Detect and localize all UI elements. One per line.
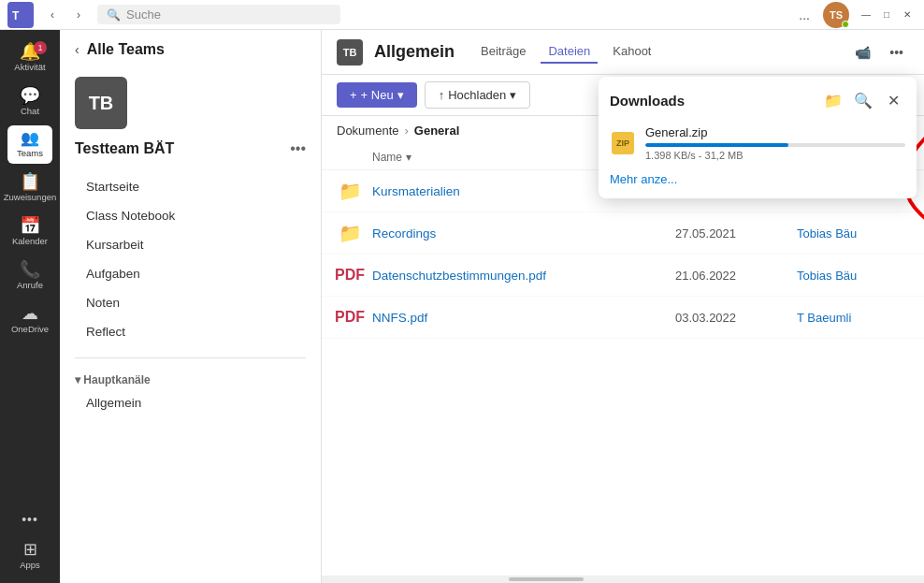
back-button[interactable]: ‹: [41, 4, 64, 26]
upload-chevron-icon: ▾: [510, 88, 516, 102]
team-name-row: Testteam BÄT •••: [60, 137, 321, 168]
nav-links: Startseite Class Notebook Kursarbeit Auf…: [60, 168, 321, 350]
channel-tab-icon: TB: [337, 39, 363, 66]
user-avatar[interactable]: TS: [823, 2, 849, 28]
chat-icon: 💬: [20, 87, 40, 104]
rail-item-teams[interactable]: 👥 Teams: [7, 125, 52, 164]
more-icon: •••: [22, 513, 38, 526]
rail-item-onedrive[interactable]: ☁ OneDrive: [7, 299, 52, 340]
popup-action-buttons: 📁 🔍 ✕: [821, 88, 905, 112]
sidebar-section-hauptkanaele: ▾ Hauptkanäle: [60, 366, 321, 390]
titlebar-left: T ‹ › 🔍 Suche: [7, 2, 340, 28]
team-more-button[interactable]: •••: [290, 140, 306, 157]
main-layout: 1 🔔 Aktivität 💬 Chat 👥 Teams 📋 Zuweisung…: [0, 30, 924, 583]
assignments-icon: 📋: [20, 173, 40, 190]
scrollbar-thumb: [509, 577, 584, 581]
breadcrumb-root[interactable]: Dokumente: [337, 124, 398, 138]
downloads-search-button[interactable]: 🔍: [851, 88, 875, 112]
new-chevron-icon: ▾: [397, 88, 404, 102]
nav-link-class-notebook[interactable]: Class Notebook: [60, 201, 321, 230]
folder-icon: 📁: [337, 220, 363, 246]
downloads-popup: Downloads 📁 🔍 ✕ ZIP General.zip 1.398 KB…: [599, 77, 917, 198]
sidebar-divider: [75, 357, 306, 358]
plus-icon: +: [350, 88, 357, 102]
close-button[interactable]: ✕: [898, 6, 917, 24]
breadcrumb-current: General: [414, 124, 459, 138]
left-rail: 1 🔔 Aktivität 💬 Chat 👥 Teams 📋 Zuweisung…: [0, 30, 60, 583]
back-to-teams-button[interactable]: ‹: [75, 42, 79, 57]
sidebar-title: Alle Teams: [87, 41, 165, 58]
tab-bar: TB Allgemein Beiträge Dateien Kahoot 📹 •…: [322, 30, 924, 75]
nav-link-startseite[interactable]: Startseite: [60, 172, 321, 201]
sidebar-header: ‹ Alle Teams: [60, 30, 321, 69]
more-options-button[interactable]: ...: [793, 6, 816, 24]
tab-actions: 📹 •••: [849, 41, 909, 64]
zip-icon: ZIP: [610, 130, 636, 156]
file-modified-by-datenschutz: Tobias Bäu: [797, 269, 909, 283]
tab-dateien[interactable]: Dateien: [541, 40, 598, 64]
teams-icon: 👥: [21, 131, 39, 146]
team-avatar: TB: [75, 77, 127, 129]
rail-item-aktivitaet[interactable]: 1 🔔 Aktivität: [7, 37, 52, 78]
upload-button[interactable]: ↑ Hochladen ▾: [425, 81, 531, 109]
forward-button[interactable]: ›: [67, 4, 90, 26]
titlebar: T ‹ › 🔍 Suche ... TS — □ ✕: [0, 0, 924, 30]
nav-link-noten[interactable]: Noten: [60, 288, 321, 317]
downloads-title: Downloads: [610, 93, 685, 109]
table-row[interactable]: 📁 Recordings 27.05.2021 Tobias Bäu: [322, 212, 924, 255]
search-bar[interactable]: 🔍 Suche: [97, 5, 340, 24]
tab-beitraege[interactable]: Beiträge: [473, 40, 533, 64]
file-name-nnfs[interactable]: NNFS.pdf: [372, 311, 675, 325]
folder-special-icon: 📁: [337, 178, 363, 204]
nav-link-reflect[interactable]: Reflect: [60, 317, 321, 346]
download-progress-bar: [645, 143, 905, 147]
download-item: ZIP General.zip 1.398 KB/s - 31,2 MB: [610, 122, 905, 165]
file-modified-recordings: 27.05.2021: [675, 226, 797, 240]
download-filename: General.zip: [645, 125, 905, 139]
table-row[interactable]: PDF Datenschutzbestimmungen.pdf 21.06.20…: [322, 255, 924, 297]
file-modified-nnfs: 03.03.2022: [675, 311, 797, 325]
nav-link-aufgaben[interactable]: Aufgaben: [60, 259, 321, 288]
downloads-popup-header: Downloads 📁 🔍 ✕: [610, 88, 905, 112]
table-row[interactable]: PDF NNFS.pdf 03.03.2022 T Baeumli: [322, 297, 924, 339]
nav-link-kursarbeit[interactable]: Kursarbeit: [60, 230, 321, 259]
tab-more-button[interactable]: •••: [884, 41, 909, 64]
video-call-button[interactable]: 📹: [849, 41, 876, 64]
file-name-datenschutz[interactable]: Datenschutzbestimmungen.pdf: [372, 269, 675, 283]
nav-buttons: ‹ ›: [41, 4, 90, 26]
show-more-link[interactable]: Mehr anze...: [610, 172, 677, 186]
download-speed: 1.398 KB/s - 31,2 MB: [645, 150, 905, 161]
file-list: Name ▾ Geändert ▾ Geändert vo 📁 Kursmate…: [322, 145, 924, 576]
content-area: TB Allgemein Beiträge Dateien Kahoot 📹 •…: [322, 30, 924, 583]
minimize-button[interactable]: —: [857, 6, 875, 24]
onedrive-icon: ☁: [22, 305, 38, 322]
titlebar-right: ... TS — □ ✕: [793, 2, 917, 28]
download-progress-fill: [645, 143, 788, 147]
downloads-folder-button[interactable]: 📁: [821, 88, 845, 112]
rail-item-apps[interactable]: ⊞ Apps: [7, 535, 52, 576]
online-status-dot: [842, 21, 849, 28]
aktivitaet-badge: 1: [34, 41, 47, 54]
search-placeholder: Suche: [126, 7, 161, 22]
downloads-close-button[interactable]: ✕: [881, 88, 905, 112]
new-button[interactable]: + + Neu ▾: [337, 82, 417, 108]
calendar-icon: 📅: [20, 217, 40, 234]
breadcrumb-separator: ›: [404, 124, 408, 138]
tab-kahoot[interactable]: Kahoot: [605, 40, 658, 64]
rail-item-zuweisungen[interactable]: 📋 Zuweisungen: [7, 168, 52, 208]
sort-icon: ▾: [406, 151, 411, 164]
horizontal-scrollbar[interactable]: [322, 576, 924, 583]
pdf-icon: PDF: [337, 262, 363, 288]
file-name-recordings[interactable]: Recordings: [372, 226, 675, 240]
teams-logo: T: [7, 2, 34, 28]
rail-item-more[interactable]: •••: [7, 507, 52, 532]
team-name: Testteam BÄT: [75, 140, 174, 157]
upload-icon: ↑: [439, 88, 445, 102]
rail-item-chat[interactable]: 💬 Chat: [7, 81, 52, 122]
rail-item-anrufe[interactable]: 📞 Anrufe: [7, 255, 52, 296]
channel-allgemein[interactable]: Allgemein: [60, 390, 321, 415]
search-icon: 🔍: [107, 8, 121, 22]
rail-item-kalender[interactable]: 📅 Kalender: [7, 211, 52, 252]
maximize-button[interactable]: □: [877, 6, 896, 24]
window-controls: — □ ✕: [857, 6, 917, 24]
